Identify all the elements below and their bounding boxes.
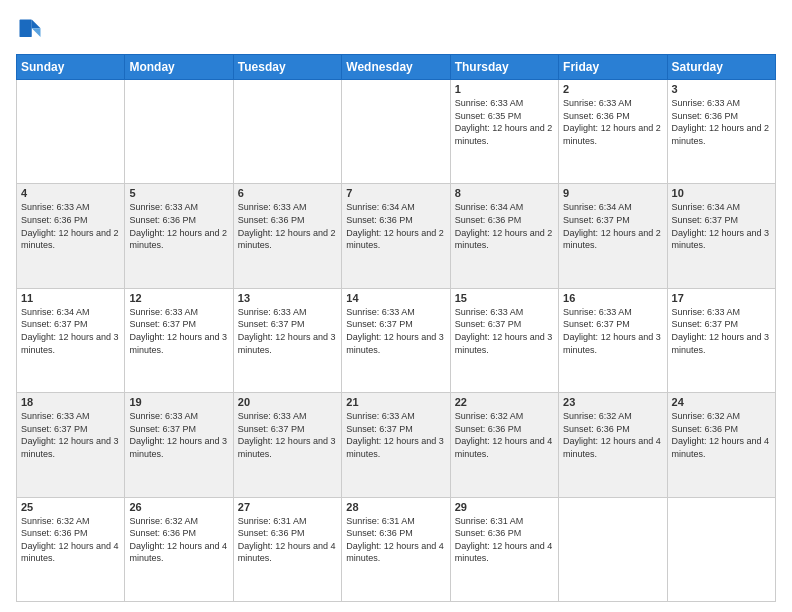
- day-cell: 25Sunrise: 6:32 AMSunset: 6:36 PMDayligh…: [17, 497, 125, 601]
- day-info: Sunrise: 6:33 AMSunset: 6:37 PMDaylight:…: [672, 306, 771, 356]
- day-cell: 21Sunrise: 6:33 AMSunset: 6:37 PMDayligh…: [342, 393, 450, 497]
- day-number: 8: [455, 187, 554, 199]
- week-row-4: 18Sunrise: 6:33 AMSunset: 6:37 PMDayligh…: [17, 393, 776, 497]
- day-number: 18: [21, 396, 120, 408]
- week-row-2: 4Sunrise: 6:33 AMSunset: 6:36 PMDaylight…: [17, 184, 776, 288]
- day-cell: 15Sunrise: 6:33 AMSunset: 6:37 PMDayligh…: [450, 288, 558, 392]
- day-cell: 7Sunrise: 6:34 AMSunset: 6:36 PMDaylight…: [342, 184, 450, 288]
- day-number: 9: [563, 187, 662, 199]
- day-info: Sunrise: 6:33 AMSunset: 6:37 PMDaylight:…: [238, 306, 337, 356]
- svg-marker-0: [32, 20, 41, 29]
- day-cell: 28Sunrise: 6:31 AMSunset: 6:36 PMDayligh…: [342, 497, 450, 601]
- weekday-header-friday: Friday: [559, 55, 667, 80]
- day-number: 24: [672, 396, 771, 408]
- day-cell: 8Sunrise: 6:34 AMSunset: 6:36 PMDaylight…: [450, 184, 558, 288]
- weekday-header-thursday: Thursday: [450, 55, 558, 80]
- day-number: 6: [238, 187, 337, 199]
- week-row-1: 1Sunrise: 6:33 AMSunset: 6:35 PMDaylight…: [17, 80, 776, 184]
- day-number: 17: [672, 292, 771, 304]
- day-number: 26: [129, 501, 228, 513]
- day-info: Sunrise: 6:32 AMSunset: 6:36 PMDaylight:…: [563, 410, 662, 460]
- logo: [16, 16, 48, 44]
- day-info: Sunrise: 6:33 AMSunset: 6:36 PMDaylight:…: [129, 201, 228, 251]
- day-cell: 24Sunrise: 6:32 AMSunset: 6:36 PMDayligh…: [667, 393, 775, 497]
- day-number: 5: [129, 187, 228, 199]
- day-info: Sunrise: 6:32 AMSunset: 6:36 PMDaylight:…: [129, 515, 228, 565]
- day-cell: 16Sunrise: 6:33 AMSunset: 6:37 PMDayligh…: [559, 288, 667, 392]
- day-number: 28: [346, 501, 445, 513]
- day-info: Sunrise: 6:34 AMSunset: 6:37 PMDaylight:…: [563, 201, 662, 251]
- weekday-header-monday: Monday: [125, 55, 233, 80]
- weekday-header-saturday: Saturday: [667, 55, 775, 80]
- day-cell: [342, 80, 450, 184]
- day-info: Sunrise: 6:34 AMSunset: 6:37 PMDaylight:…: [21, 306, 120, 356]
- day-cell: 10Sunrise: 6:34 AMSunset: 6:37 PMDayligh…: [667, 184, 775, 288]
- day-info: Sunrise: 6:34 AMSunset: 6:36 PMDaylight:…: [455, 201, 554, 251]
- day-cell: 9Sunrise: 6:34 AMSunset: 6:37 PMDaylight…: [559, 184, 667, 288]
- day-info: Sunrise: 6:33 AMSunset: 6:37 PMDaylight:…: [129, 410, 228, 460]
- day-number: 10: [672, 187, 771, 199]
- weekday-header-row: SundayMondayTuesdayWednesdayThursdayFrid…: [17, 55, 776, 80]
- day-number: 13: [238, 292, 337, 304]
- header: [16, 16, 776, 44]
- day-cell: 6Sunrise: 6:33 AMSunset: 6:36 PMDaylight…: [233, 184, 341, 288]
- day-cell: 1Sunrise: 6:33 AMSunset: 6:35 PMDaylight…: [450, 80, 558, 184]
- logo-icon: [16, 16, 44, 44]
- day-info: Sunrise: 6:32 AMSunset: 6:36 PMDaylight:…: [672, 410, 771, 460]
- day-number: 7: [346, 187, 445, 199]
- weekday-header-tuesday: Tuesday: [233, 55, 341, 80]
- day-info: Sunrise: 6:33 AMSunset: 6:37 PMDaylight:…: [238, 410, 337, 460]
- day-number: 15: [455, 292, 554, 304]
- day-info: Sunrise: 6:31 AMSunset: 6:36 PMDaylight:…: [346, 515, 445, 565]
- day-number: 20: [238, 396, 337, 408]
- day-cell: [125, 80, 233, 184]
- day-cell: 18Sunrise: 6:33 AMSunset: 6:37 PMDayligh…: [17, 393, 125, 497]
- weekday-header-wednesday: Wednesday: [342, 55, 450, 80]
- day-number: 1: [455, 83, 554, 95]
- day-number: 11: [21, 292, 120, 304]
- day-number: 27: [238, 501, 337, 513]
- day-info: Sunrise: 6:33 AMSunset: 6:36 PMDaylight:…: [238, 201, 337, 251]
- day-cell: 17Sunrise: 6:33 AMSunset: 6:37 PMDayligh…: [667, 288, 775, 392]
- day-info: Sunrise: 6:34 AMSunset: 6:36 PMDaylight:…: [346, 201, 445, 251]
- week-row-5: 25Sunrise: 6:32 AMSunset: 6:36 PMDayligh…: [17, 497, 776, 601]
- day-number: 12: [129, 292, 228, 304]
- day-number: 4: [21, 187, 120, 199]
- week-row-3: 11Sunrise: 6:34 AMSunset: 6:37 PMDayligh…: [17, 288, 776, 392]
- day-info: Sunrise: 6:33 AMSunset: 6:37 PMDaylight:…: [21, 410, 120, 460]
- day-number: 21: [346, 396, 445, 408]
- day-number: 14: [346, 292, 445, 304]
- day-number: 25: [21, 501, 120, 513]
- day-number: 2: [563, 83, 662, 95]
- calendar-table: SundayMondayTuesdayWednesdayThursdayFrid…: [16, 54, 776, 602]
- day-cell: 22Sunrise: 6:32 AMSunset: 6:36 PMDayligh…: [450, 393, 558, 497]
- day-info: Sunrise: 6:31 AMSunset: 6:36 PMDaylight:…: [455, 515, 554, 565]
- day-cell: [559, 497, 667, 601]
- day-cell: 11Sunrise: 6:34 AMSunset: 6:37 PMDayligh…: [17, 288, 125, 392]
- day-cell: 26Sunrise: 6:32 AMSunset: 6:36 PMDayligh…: [125, 497, 233, 601]
- day-cell: 27Sunrise: 6:31 AMSunset: 6:36 PMDayligh…: [233, 497, 341, 601]
- day-cell: [17, 80, 125, 184]
- day-info: Sunrise: 6:33 AMSunset: 6:37 PMDaylight:…: [346, 306, 445, 356]
- day-info: Sunrise: 6:33 AMSunset: 6:37 PMDaylight:…: [563, 306, 662, 356]
- day-cell: 4Sunrise: 6:33 AMSunset: 6:36 PMDaylight…: [17, 184, 125, 288]
- day-info: Sunrise: 6:31 AMSunset: 6:36 PMDaylight:…: [238, 515, 337, 565]
- day-number: 29: [455, 501, 554, 513]
- day-number: 3: [672, 83, 771, 95]
- page: SundayMondayTuesdayWednesdayThursdayFrid…: [0, 0, 792, 612]
- svg-marker-1: [32, 28, 41, 37]
- day-info: Sunrise: 6:33 AMSunset: 6:37 PMDaylight:…: [346, 410, 445, 460]
- day-info: Sunrise: 6:33 AMSunset: 6:37 PMDaylight:…: [455, 306, 554, 356]
- day-info: Sunrise: 6:33 AMSunset: 6:35 PMDaylight:…: [455, 97, 554, 147]
- day-info: Sunrise: 6:33 AMSunset: 6:37 PMDaylight:…: [129, 306, 228, 356]
- day-cell: [667, 497, 775, 601]
- day-cell: 14Sunrise: 6:33 AMSunset: 6:37 PMDayligh…: [342, 288, 450, 392]
- day-cell: 12Sunrise: 6:33 AMSunset: 6:37 PMDayligh…: [125, 288, 233, 392]
- day-info: Sunrise: 6:33 AMSunset: 6:36 PMDaylight:…: [563, 97, 662, 147]
- day-cell: 19Sunrise: 6:33 AMSunset: 6:37 PMDayligh…: [125, 393, 233, 497]
- weekday-header-sunday: Sunday: [17, 55, 125, 80]
- day-info: Sunrise: 6:33 AMSunset: 6:36 PMDaylight:…: [21, 201, 120, 251]
- day-cell: 29Sunrise: 6:31 AMSunset: 6:36 PMDayligh…: [450, 497, 558, 601]
- day-number: 22: [455, 396, 554, 408]
- day-number: 19: [129, 396, 228, 408]
